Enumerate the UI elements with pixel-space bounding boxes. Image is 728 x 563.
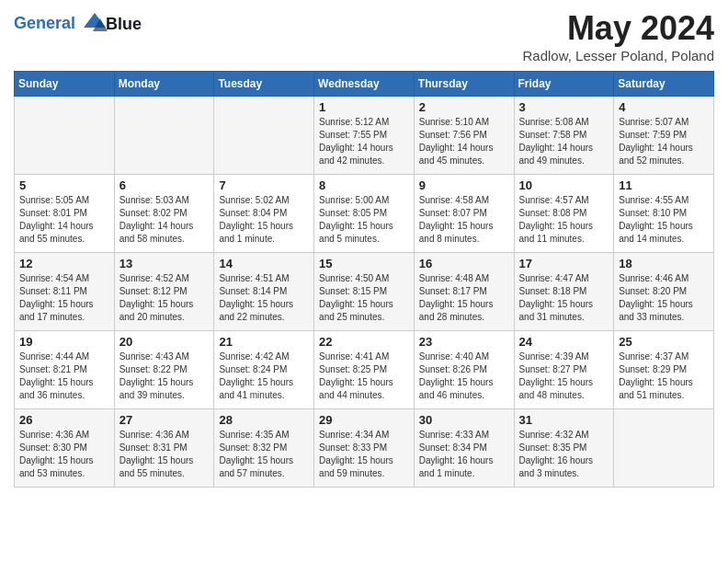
logo-icon — [82, 9, 108, 35]
calendar-cell: 2Sunrise: 5:10 AMSunset: 7:56 PMDaylight… — [414, 97, 514, 175]
day-number: 20 — [119, 335, 210, 349]
day-number: 10 — [519, 178, 609, 192]
day-number: 9 — [419, 178, 509, 192]
cell-info: Sunrise: 5:03 AMSunset: 8:02 PMDaylight:… — [119, 194, 210, 246]
calendar-cell: 27Sunrise: 4:36 AMSunset: 8:31 PMDayligh… — [114, 409, 214, 488]
calendar-week-3: 12Sunrise: 4:54 AMSunset: 8:11 PMDayligh… — [15, 253, 714, 331]
day-number: 23 — [419, 335, 509, 349]
day-number: 28 — [219, 413, 309, 427]
cell-info: Sunrise: 4:34 AMSunset: 8:33 PMDaylight:… — [319, 429, 409, 480]
title-block: May 2024 Radlow, Lesser Poland, Poland — [523, 9, 714, 63]
cell-info: Sunrise: 5:07 AMSunset: 7:59 PMDaylight:… — [619, 116, 709, 167]
cell-info: Sunrise: 4:32 AMSunset: 8:35 PMDaylight:… — [519, 429, 609, 480]
calendar-cell: 23Sunrise: 4:40 AMSunset: 8:26 PMDayligh… — [414, 331, 514, 409]
calendar-cell: 1Sunrise: 5:12 AMSunset: 7:55 PMDaylight… — [314, 97, 415, 175]
calendar-cell: 17Sunrise: 4:47 AMSunset: 8:18 PMDayligh… — [514, 253, 614, 331]
day-number: 16 — [419, 257, 509, 270]
page-header: General Blue May 2024 Radlow, Lesser Pol… — [14, 9, 714, 63]
calendar-cell: 16Sunrise: 4:48 AMSunset: 8:17 PMDayligh… — [414, 253, 514, 331]
cell-info: Sunrise: 4:36 AMSunset: 8:31 PMDaylight:… — [119, 429, 210, 480]
day-number: 17 — [519, 257, 609, 270]
calendar-table: SundayMondayTuesdayWednesdayThursdayFrid… — [14, 71, 714, 488]
day-number: 21 — [219, 335, 309, 349]
calendar-week-4: 19Sunrise: 4:44 AMSunset: 8:21 PMDayligh… — [15, 331, 714, 409]
cell-info: Sunrise: 4:42 AMSunset: 8:24 PMDaylight:… — [219, 350, 309, 402]
calendar-cell: 19Sunrise: 4:44 AMSunset: 8:21 PMDayligh… — [15, 331, 115, 409]
cell-info: Sunrise: 5:02 AMSunset: 8:04 PMDaylight:… — [219, 194, 309, 246]
cell-info: Sunrise: 5:00 AMSunset: 8:05 PMDaylight:… — [319, 194, 409, 246]
day-number: 15 — [319, 257, 409, 270]
calendar-cell: 29Sunrise: 4:34 AMSunset: 8:33 PMDayligh… — [314, 409, 415, 488]
cell-info: Sunrise: 4:51 AMSunset: 8:14 PMDaylight:… — [219, 272, 309, 324]
cell-info: Sunrise: 4:36 AMSunset: 8:30 PMDaylight:… — [19, 429, 109, 480]
weekday-header-monday: Monday — [114, 72, 214, 97]
cell-info: Sunrise: 4:47 AMSunset: 8:18 PMDaylight:… — [519, 272, 609, 324]
calendar-cell — [15, 97, 115, 175]
calendar-cell: 13Sunrise: 4:52 AMSunset: 8:12 PMDayligh… — [114, 253, 214, 331]
calendar-cell: 9Sunrise: 4:58 AMSunset: 8:07 PMDaylight… — [414, 175, 514, 253]
cell-info: Sunrise: 4:52 AMSunset: 8:12 PMDaylight:… — [119, 272, 210, 324]
day-number: 8 — [319, 178, 409, 192]
day-number: 3 — [519, 100, 609, 114]
calendar-cell: 20Sunrise: 4:43 AMSunset: 8:22 PMDayligh… — [114, 331, 214, 409]
calendar-cell: 15Sunrise: 4:50 AMSunset: 8:15 PMDayligh… — [314, 253, 415, 331]
day-number: 26 — [19, 413, 109, 427]
month-title: May 2024 — [523, 9, 714, 48]
calendar-cell: 28Sunrise: 4:35 AMSunset: 8:32 PMDayligh… — [214, 409, 314, 488]
cell-info: Sunrise: 5:08 AMSunset: 7:58 PMDaylight:… — [519, 116, 609, 167]
cell-info: Sunrise: 4:35 AMSunset: 8:32 PMDaylight:… — [219, 429, 309, 480]
day-number: 5 — [19, 178, 109, 192]
weekday-header-saturday: Saturday — [614, 72, 714, 97]
calendar-cell: 5Sunrise: 5:05 AMSunset: 8:01 PMDaylight… — [15, 175, 115, 253]
calendar-cell: 3Sunrise: 5:08 AMSunset: 7:58 PMDaylight… — [514, 97, 614, 175]
cell-info: Sunrise: 4:33 AMSunset: 8:34 PMDaylight:… — [419, 429, 509, 480]
weekday-header-thursday: Thursday — [414, 72, 514, 97]
day-number: 19 — [19, 335, 109, 349]
day-number: 4 — [619, 100, 709, 114]
calendar-cell: 6Sunrise: 5:03 AMSunset: 8:02 PMDaylight… — [114, 175, 214, 253]
cell-info: Sunrise: 4:43 AMSunset: 8:22 PMDaylight:… — [119, 350, 210, 402]
calendar-week-1: 1Sunrise: 5:12 AMSunset: 7:55 PMDaylight… — [15, 97, 714, 175]
cell-info: Sunrise: 5:12 AMSunset: 7:55 PMDaylight:… — [319, 116, 409, 167]
day-number: 22 — [319, 335, 409, 349]
day-number: 18 — [619, 257, 709, 270]
logo-text2: Blue — [106, 15, 142, 34]
day-number: 27 — [119, 413, 210, 427]
day-number: 24 — [519, 335, 609, 349]
calendar-cell: 4Sunrise: 5:07 AMSunset: 7:59 PMDaylight… — [614, 97, 714, 175]
calendar-cell: 10Sunrise: 4:57 AMSunset: 8:08 PMDayligh… — [514, 175, 614, 253]
cell-info: Sunrise: 4:44 AMSunset: 8:21 PMDaylight:… — [19, 350, 109, 402]
cell-info: Sunrise: 4:37 AMSunset: 8:29 PMDaylight:… — [619, 350, 709, 402]
weekday-header-friday: Friday — [514, 72, 614, 97]
day-number: 2 — [419, 100, 509, 114]
day-number: 7 — [219, 178, 309, 192]
weekday-header-tuesday: Tuesday — [214, 72, 314, 97]
calendar-cell: 8Sunrise: 5:00 AMSunset: 8:05 PMDaylight… — [314, 175, 415, 253]
day-number: 31 — [519, 413, 609, 427]
day-number: 14 — [219, 257, 309, 270]
calendar-week-5: 26Sunrise: 4:36 AMSunset: 8:30 PMDayligh… — [15, 409, 714, 488]
calendar-cell: 18Sunrise: 4:46 AMSunset: 8:20 PMDayligh… — [614, 253, 714, 331]
calendar-cell: 22Sunrise: 4:41 AMSunset: 8:25 PMDayligh… — [314, 331, 415, 409]
day-number: 12 — [19, 257, 109, 270]
location: Radlow, Lesser Poland, Poland — [523, 48, 714, 63]
logo: General Blue — [14, 13, 142, 35]
day-number: 1 — [319, 100, 409, 114]
cell-info: Sunrise: 4:41 AMSunset: 8:25 PMDaylight:… — [319, 350, 409, 402]
cell-info: Sunrise: 4:55 AMSunset: 8:10 PMDaylight:… — [619, 194, 709, 246]
calendar-cell: 30Sunrise: 4:33 AMSunset: 8:34 PMDayligh… — [414, 409, 514, 488]
calendar-week-2: 5Sunrise: 5:05 AMSunset: 8:01 PMDaylight… — [15, 175, 714, 253]
cell-info: Sunrise: 4:40 AMSunset: 8:26 PMDaylight:… — [419, 350, 509, 402]
weekday-header-wednesday: Wednesday — [314, 72, 415, 97]
cell-info: Sunrise: 5:05 AMSunset: 8:01 PMDaylight:… — [19, 194, 109, 246]
calendar-cell: 26Sunrise: 4:36 AMSunset: 8:30 PMDayligh… — [15, 409, 115, 488]
cell-info: Sunrise: 4:48 AMSunset: 8:17 PMDaylight:… — [419, 272, 509, 324]
calendar-cell: 14Sunrise: 4:51 AMSunset: 8:14 PMDayligh… — [214, 253, 314, 331]
calendar-cell: 7Sunrise: 5:02 AMSunset: 8:04 PMDaylight… — [214, 175, 314, 253]
cell-info: Sunrise: 5:10 AMSunset: 7:56 PMDaylight:… — [419, 116, 509, 167]
logo-text: General — [14, 13, 108, 35]
calendar-cell: 21Sunrise: 4:42 AMSunset: 8:24 PMDayligh… — [214, 331, 314, 409]
calendar-header: SundayMondayTuesdayWednesdayThursdayFrid… — [15, 72, 714, 97]
cell-info: Sunrise: 4:57 AMSunset: 8:08 PMDaylight:… — [519, 194, 609, 246]
day-number: 25 — [619, 335, 709, 349]
